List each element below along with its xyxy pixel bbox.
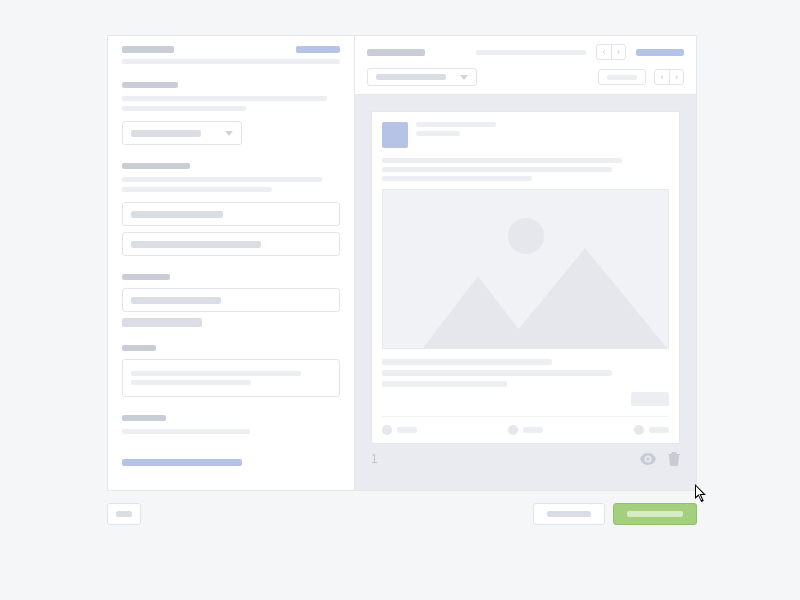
form-panel [108,36,355,490]
pill-label [607,75,637,80]
action-label [649,427,669,433]
cursor-icon [695,484,709,504]
section-description [122,177,322,182]
preview-title [367,49,425,56]
preview-nav-2[interactable]: ‹ › [654,69,684,85]
preview-mode-dropdown[interactable] [367,68,477,86]
chevron-right-icon[interactable]: › [669,70,683,84]
post-caption-line [382,370,612,376]
primary-button[interactable] [613,503,697,525]
action-icon [634,425,644,435]
post-action[interactable] [508,425,543,435]
editor-panels: ‹ › [107,35,697,491]
section-title [122,163,190,169]
preview-header-link[interactable] [636,49,684,56]
chevron-down-icon [225,131,233,136]
section-title [122,274,170,280]
preview-count-pill[interactable] [598,69,646,85]
avatar [382,122,408,148]
form-section [122,345,340,397]
post-caption-line [382,359,552,365]
form-section [122,163,340,256]
section-title [122,345,156,351]
post-cta-button[interactable] [631,392,669,406]
post-index: 1 [371,452,378,466]
post-preview-card [371,111,680,444]
dropdown-label [376,74,446,80]
form-value [122,318,202,327]
section-description [122,187,272,192]
eye-icon[interactable] [640,453,656,465]
section-title [122,415,166,421]
post-text-line [382,176,532,181]
post-image-placeholder [382,189,669,349]
preview-panel: ‹ › [355,36,696,490]
svg-point-0 [646,457,649,460]
form-footer-link[interactable] [122,459,242,466]
form-textarea[interactable] [122,359,340,397]
post-text-line [382,158,622,163]
form-section [122,274,340,327]
action-label [523,427,543,433]
post-text-line [382,167,612,172]
chevron-down-icon [460,75,468,80]
action-label [397,427,417,433]
back-button[interactable] [107,503,141,525]
preview-subtext [476,50,586,55]
post-action[interactable] [382,425,417,435]
form-title [122,46,174,53]
section-title [122,82,178,88]
secondary-button[interactable] [533,503,605,525]
action-icon [382,425,392,435]
form-header-link[interactable] [296,46,340,53]
action-icon [508,425,518,435]
preview-pager[interactable]: ‹ › [596,44,626,60]
chevron-left-icon[interactable]: ‹ [655,70,669,84]
section-description [122,96,327,101]
post-meta [416,131,460,136]
dropdown-label [131,130,201,137]
chevron-right-icon[interactable]: › [611,45,625,59]
form-section [122,415,340,434]
section-description [122,106,246,111]
trash-icon[interactable] [668,452,680,466]
post-caption-line [382,381,507,387]
footer-actions [107,503,697,525]
section-description [122,429,250,434]
post-author [416,122,496,127]
form-input[interactable] [122,288,340,312]
post-action[interactable] [634,425,669,435]
form-input[interactable] [122,232,340,256]
chevron-left-icon[interactable]: ‹ [597,45,611,59]
form-dropdown[interactable] [122,121,242,145]
form-input[interactable] [122,202,340,226]
form-section [122,82,340,145]
